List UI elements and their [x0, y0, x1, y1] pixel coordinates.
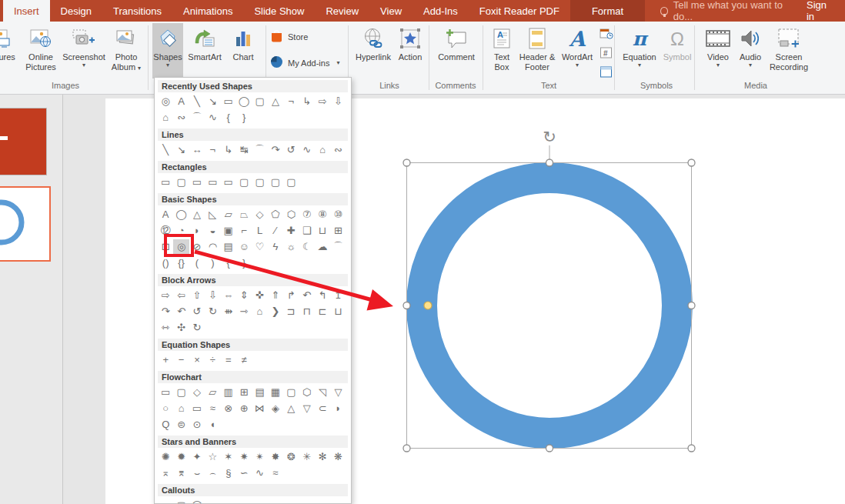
shape-or[interactable]: ⊕ [236, 401, 252, 416]
shape-oval[interactable]: ◯ [236, 94, 252, 109]
shape-left-bracket[interactable]: ( [189, 255, 205, 271]
resize-handle-w[interactable] [403, 302, 410, 309]
shape-teardrop[interactable]: ◒ [205, 223, 220, 239]
text-box-button[interactable]: A Text Box [488, 23, 516, 78]
shape-star-24-point[interactable]: ✻ [315, 449, 330, 465]
shape-line-callout-1[interactable]: ⌐ [221, 498, 236, 504]
adjustment-handle-yellow[interactable] [424, 302, 432, 309]
shape-line[interactable]: ╲ [189, 94, 205, 109]
shape-l-shape[interactable]: L [252, 223, 267, 239]
shape-snip-single-corner-rectangle[interactable]: ▭ [189, 175, 205, 190]
shape-down-arrow[interactable]: ⇩ [205, 288, 220, 303]
shape-quad-arrow[interactable]: ✜ [252, 288, 267, 303]
shape-stored-data[interactable]: ⊂ [315, 401, 330, 416]
shape-circular-arrow[interactable]: ↻ [189, 320, 205, 335]
shape-bent-up-arrow[interactable]: ↥ [330, 288, 346, 303]
shape-donut[interactable]: ◎ [158, 94, 173, 109]
shape-curved-left-arrow[interactable]: ↶ [173, 304, 189, 319]
shape-quad-arrow-callout[interactable]: ✣ [173, 320, 189, 335]
shape-merge[interactable]: ▽ [299, 401, 315, 416]
shape-star-32-point[interactable]: ❋ [330, 449, 346, 465]
shape-process[interactable]: ▭ [158, 385, 173, 400]
shape-star-12-point[interactable]: ❂ [283, 449, 299, 465]
shape-right-arrow[interactable]: ⇨ [158, 288, 173, 303]
shape-line-arrow[interactable]: ↘ [173, 142, 189, 158]
shape-snip-and-round-single-corner-rectangle[interactable]: ▢ [236, 175, 252, 190]
shape-up-arrow[interactable]: ⇧ [189, 288, 205, 303]
shape-cube[interactable]: ⊞ [330, 223, 346, 239]
shape-right-bracket[interactable]: ) [205, 255, 220, 271]
resize-handle-e[interactable] [688, 302, 695, 309]
shape-half-frame[interactable]: ⌐ [236, 223, 252, 239]
shape-curved-down-arrow[interactable]: ↻ [205, 304, 220, 319]
shape-double-bracket[interactable]: () [158, 255, 173, 271]
shape-oval[interactable]: ◯ [173, 207, 189, 222]
shape-line-callout-1-border-accent-bar[interactable]: ⌐ [315, 498, 330, 504]
resize-handle-sw[interactable] [403, 445, 410, 452]
shape-scribble[interactable]: ∾ [173, 110, 189, 125]
shape-heptagon[interactable]: ⑦ [299, 207, 315, 222]
shape-preparation[interactable]: ⬡ [299, 385, 315, 400]
shape-down-arrow-callout[interactable]: ⊓ [299, 304, 315, 319]
shape-rectangle[interactable]: ▭ [158, 175, 173, 190]
shape-heart[interactable]: ♡ [252, 239, 267, 255]
tab-animations[interactable]: Animations [172, 0, 243, 22]
audio-button[interactable]: Audio ▾ [736, 23, 765, 78]
shape-star-8-point[interactable]: ✴ [252, 449, 267, 465]
resize-handle-ne[interactable] [688, 159, 695, 166]
shape-vertical-scroll[interactable]: § [221, 466, 236, 481]
shape-line-callout-3[interactable]: ⌙ [252, 498, 267, 504]
shape-parallelogram[interactable]: ▱ [221, 207, 236, 222]
shape-down-arrow[interactable]: ⇩ [330, 94, 346, 109]
shape-text-box[interactable]: A [158, 207, 173, 222]
shape-predefined-process[interactable]: ▥ [221, 385, 236, 400]
shape-moon[interactable]: ☾ [299, 239, 315, 255]
shape-freeform[interactable]: ⌂ [158, 110, 173, 125]
shape-right-brace[interactable]: } [236, 110, 252, 125]
shape-block-arc[interactable]: ◠ [205, 239, 220, 255]
shape-lightning-bolt[interactable]: ϟ [268, 239, 283, 255]
shape-up-arrow-callout[interactable]: ⊔ [330, 304, 346, 319]
shape-horizontal-scroll[interactable]: ∽ [236, 466, 252, 481]
video-button[interactable]: Video ▾ [703, 23, 733, 78]
shape-card[interactable]: ▭ [189, 401, 205, 416]
hyperlink-button[interactable]: Hyperlink [353, 23, 393, 78]
shape-star-16-point[interactable]: ✳ [299, 449, 315, 465]
shape-down-ribbon[interactable]: ⌆ [173, 466, 189, 481]
shape-dodecagon[interactable]: ⑫ [158, 223, 173, 239]
shape-line-double-arrow[interactable]: ↔ [189, 142, 205, 158]
shape-isosceles-triangle[interactable]: △ [268, 94, 283, 109]
shape-plaque[interactable]: ❑ [299, 223, 315, 239]
slide-thumbnail-1[interactable] [0, 108, 47, 175]
shape-round-same-side-corner-rectangle[interactable]: ▢ [268, 175, 283, 190]
shape-star-10-point[interactable]: ✸ [268, 449, 283, 465]
shape-line-callout-2[interactable]: ¬ [236, 498, 252, 504]
tab-view[interactable]: View [369, 0, 412, 22]
shape-snip-same-side-corner-rectangle[interactable]: ▭ [205, 175, 220, 190]
shape-smiley-face[interactable]: ☺ [236, 239, 252, 255]
shape-u-turn-arrow[interactable]: ↶ [299, 288, 315, 303]
shape-line-callout-3-accent-bar[interactable]: ⌙ [299, 498, 315, 504]
shape-octagon[interactable]: ⑧ [315, 207, 330, 222]
shape-chevron-arrow[interactable]: ❯ [268, 304, 283, 319]
shape-elbow-double-arrow-connector[interactable]: ↹ [236, 142, 252, 158]
tab-foxit-reader-pdf[interactable]: Foxit Reader PDF [469, 0, 570, 22]
shape-division[interactable]: ÷ [205, 352, 220, 368]
pictures-button[interactable]: Pictures [0, 23, 22, 78]
shape-terminator[interactable]: ▢ [283, 385, 299, 400]
shape-multiplication[interactable]: × [189, 352, 205, 368]
slide-number-button[interactable]: # [598, 45, 615, 59]
shape-summing-junction[interactable]: ⊗ [221, 401, 236, 416]
shape-notched-right-arrow[interactable]: ⇾ [236, 304, 252, 319]
tab-add-ins[interactable]: Add-Ins [412, 0, 469, 22]
shape-oval-callout[interactable]: ◯ [189, 498, 205, 504]
shape-round-single-corner-rectangle[interactable]: ▢ [252, 175, 267, 190]
shape-line-callout-1-accent-bar[interactable]: ⌐ [268, 498, 283, 504]
shape-trapezoid[interactable]: ⏢ [236, 207, 252, 222]
shape-left-arrow[interactable]: ⇦ [173, 288, 189, 303]
shape-left-right-arrow-callout[interactable]: ⇿ [158, 320, 173, 335]
shape-up-ribbon[interactable]: ⌅ [158, 466, 173, 481]
shape-curved-double-arrow-connector[interactable]: ↺ [283, 142, 299, 158]
shape-bent-arrow[interactable]: ↱ [283, 288, 299, 303]
shape-direct-access-storage[interactable]: ⊙ [189, 417, 205, 432]
